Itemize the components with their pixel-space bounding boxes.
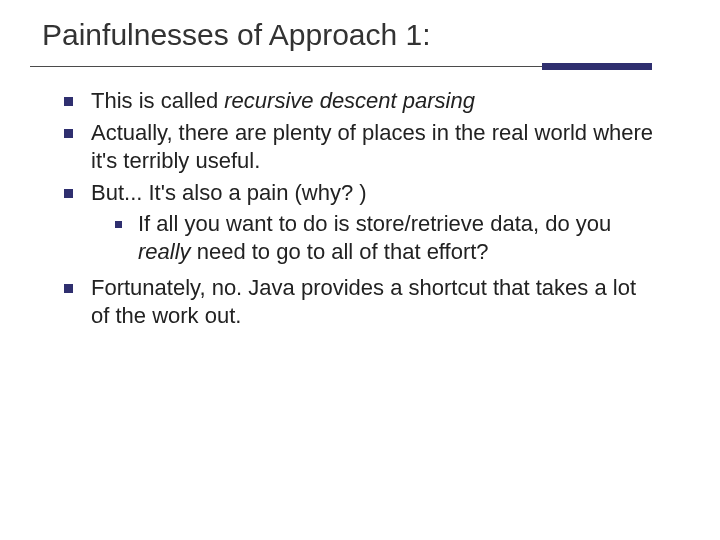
bullet-marker-icon <box>64 284 73 293</box>
bullet-marker-icon <box>64 97 73 106</box>
sub-bullet-item: If all you want to do is store/retrieve … <box>115 210 656 266</box>
bullet-item: This is called recursive descent parsing <box>64 87 656 115</box>
text-run: This is called <box>91 88 224 113</box>
text-run-italic: recursive descent parsing <box>224 88 475 113</box>
sub-bullet-text: If all you want to do is store/retrieve … <box>138 210 656 266</box>
sub-list: If all you want to do is store/retrieve … <box>115 210 656 266</box>
slide-body: This is called recursive descent parsing… <box>28 87 692 330</box>
bullet-text: But... It's also a pain (why? ) If all y… <box>91 179 656 269</box>
bullet-marker-icon <box>64 189 73 198</box>
bullet-item: But... It's also a pain (why? ) If all y… <box>64 179 656 269</box>
slide: Painfulnesses of Approach 1: This is cal… <box>0 0 720 540</box>
slide-title: Painfulnesses of Approach 1: <box>28 18 692 62</box>
bullet-text: Fortunately, no. Java provides a shortcu… <box>91 274 656 330</box>
text-run: need to go to all of that effort? <box>191 239 489 264</box>
bullet-item: Actually, there are plenty of places in … <box>64 119 656 175</box>
title-rule <box>30 66 652 67</box>
bullet-marker-icon <box>115 221 122 228</box>
bullet-marker-icon <box>64 129 73 138</box>
text-run: If all you want to do is store/retrieve … <box>138 211 611 236</box>
bullet-text: This is called recursive descent parsing <box>91 87 656 115</box>
bullet-text: Actually, there are plenty of places in … <box>91 119 656 175</box>
text-run-italic: really <box>138 239 191 264</box>
text-run: But... It's also a pain (why? ) <box>91 180 367 205</box>
bullet-item: Fortunately, no. Java provides a shortcu… <box>64 274 656 330</box>
